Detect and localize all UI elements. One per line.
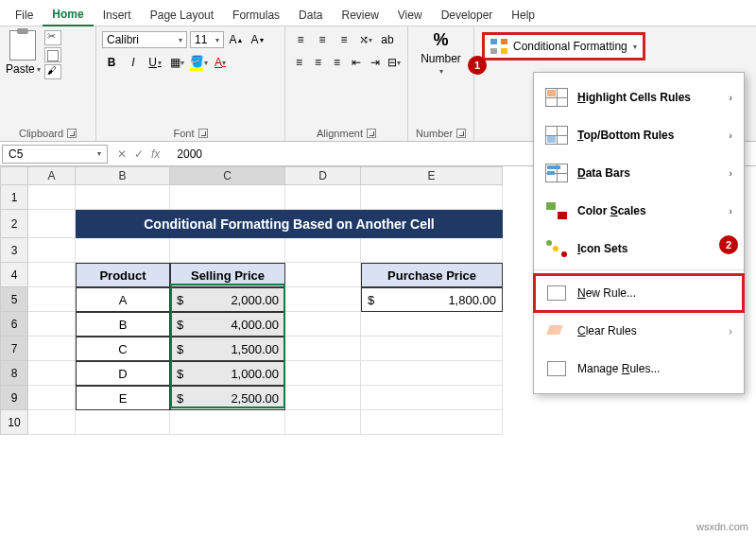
header-purchase: Purchase Price [361,263,503,287]
table-row[interactable]: D [76,361,170,386]
row-header[interactable]: 8 [0,361,28,386]
align-top-icon[interactable]: ≡ [291,30,310,49]
callout-badge-1: 1 [468,56,487,75]
data-bars-icon [545,164,568,182]
cut-icon[interactable] [44,30,61,45]
purchase-value[interactable]: $1,800.00 [361,287,503,312]
align-left-icon[interactable]: ≡ [291,53,307,72]
paste-label: Paste [6,62,35,76]
align-bottom-icon[interactable]: ≡ [335,30,353,49]
col-header-e[interactable]: E [361,166,503,185]
table-row[interactable]: C [76,337,170,361]
tab-home[interactable]: Home [43,4,93,26]
merge-icon[interactable]: ⊟▾ [386,53,402,72]
percent-icon[interactable]: % [433,30,448,50]
row-header[interactable]: 6 [0,312,28,337]
table-row[interactable]: $1,500.00 [170,337,285,361]
font-launcher[interactable] [198,129,208,138]
align-right-icon[interactable]: ≡ [329,53,345,72]
tab-formulas[interactable]: Formulas [223,5,289,26]
italic-button[interactable]: I [124,53,143,72]
conditional-formatting-icon [490,39,507,54]
font-name-combo[interactable]: Calibri▾ [102,31,187,48]
ribbon-tabs: File Home Insert Page Layout Formulas Da… [0,0,756,26]
font-color-button[interactable]: A▾ [211,53,230,72]
table-row[interactable]: A [76,287,170,312]
format-painter-icon[interactable] [44,64,61,79]
menu-icon-sets[interactable]: Icon Sets› 2 [534,230,744,270]
tab-view[interactable]: View [388,5,432,26]
callout-badge-2: 2 [719,235,738,254]
row-header[interactable]: 7 [0,337,28,361]
menu-new-rule[interactable]: New Rule... [534,274,744,312]
table-row[interactable]: $1,000.00 [170,361,285,386]
tab-file[interactable]: File [6,5,43,26]
row-header[interactable]: 2 [0,210,28,238]
clear-rules-icon [545,321,568,340]
menu-data-bars[interactable]: Data Bars› [534,154,744,192]
header-product: Product [76,263,170,287]
tab-page-layout[interactable]: Page Layout [141,5,223,26]
row-header[interactable]: 1 [0,185,28,210]
fill-color-button[interactable]: 🪣▾ [189,53,208,72]
orientation-icon[interactable]: ⤭▾ [356,30,375,49]
copy-icon[interactable] [44,47,61,62]
group-font: Calibri▾ 11▾ A▲ A▼ B I U▾ ▦▾ 🪣▾ A▾ Font [96,26,285,141]
tab-developer[interactable]: Developer [432,5,503,26]
font-size-combo[interactable]: 11▾ [190,31,224,48]
table-row[interactable]: B [76,312,170,337]
increase-indent-icon[interactable]: ⇥ [367,53,383,72]
menu-highlight-cells[interactable]: HHighlight Cells Rulesighlight Cells Rul… [534,78,744,116]
decrease-indent-icon[interactable]: ⇤ [348,53,364,72]
bold-button[interactable]: B [102,53,121,72]
table-row[interactable]: $4,000.00 [170,312,285,337]
name-box[interactable]: C5▾ [2,145,108,164]
borders-button[interactable]: ▦▾ [167,53,186,72]
color-scales-icon [545,201,568,220]
menu-top-bottom[interactable]: Top/Bottom Rules› [534,116,744,154]
paste-button[interactable]: Paste▾ [6,30,41,76]
title-cell: Conditional Formatting Based on Another … [76,210,503,238]
align-middle-icon[interactable]: ≡ [313,30,332,49]
tab-help[interactable]: Help [502,5,544,26]
tab-review[interactable]: Review [332,5,387,26]
fx-icon[interactable]: fx [151,147,160,161]
menu-clear-rules[interactable]: Clear Rules› [534,312,744,350]
paste-icon [9,30,36,61]
table-row[interactable]: $2,500.00 [170,386,285,410]
conditional-formatting-button[interactable]: Conditional Formatting ▾ 1 [482,32,645,61]
select-all-corner[interactable] [0,166,28,185]
col-header-d[interactable]: D [285,166,361,185]
decrease-font-icon[interactable]: A▼ [249,30,267,49]
watermark: wsxdn.com [696,521,748,532]
col-header-a[interactable]: A [28,166,76,185]
table-row[interactable]: $2,000.00 [170,287,285,312]
wrap-text-icon[interactable]: ab [378,30,397,49]
row-header[interactable]: 3 [0,238,28,263]
table-row[interactable]: E [76,386,170,410]
number-format-label: Number [421,52,461,65]
menu-manage-rules[interactable]: Manage Rules... [534,350,744,388]
row-header[interactable]: 4 [0,263,28,287]
tab-data[interactable]: Data [289,5,332,26]
align-center-icon[interactable]: ≡ [310,53,326,72]
increase-font-icon[interactable]: A▲ [227,30,246,49]
row-header[interactable]: 10 [0,410,28,435]
menu-color-scales[interactable]: Color Scales› [534,192,744,230]
row-header[interactable]: 5 [0,287,28,312]
cancel-formula-icon[interactable]: ✕ [117,147,127,161]
group-clipboard: Paste▾ Clipboard [0,26,96,141]
header-selling: Selling Price [170,263,285,287]
alignment-launcher[interactable] [367,129,376,138]
enter-formula-icon[interactable]: ✓ [134,147,144,161]
number-launcher[interactable] [456,129,466,138]
clipboard-launcher[interactable] [67,129,77,138]
icon-sets-icon [545,239,568,258]
underline-button[interactable]: U▾ [146,53,164,72]
col-header-b[interactable]: B [76,166,170,185]
col-header-c[interactable]: C [170,166,285,185]
row-header[interactable]: 9 [0,386,28,410]
tab-insert[interactable]: Insert [94,5,141,26]
font-label: Font [173,128,194,139]
group-alignment: ≡ ≡ ≡ ⤭▾ ab ≡ ≡ ≡ ⇤ ⇥ ⊟▾ Alignment [285,26,408,141]
